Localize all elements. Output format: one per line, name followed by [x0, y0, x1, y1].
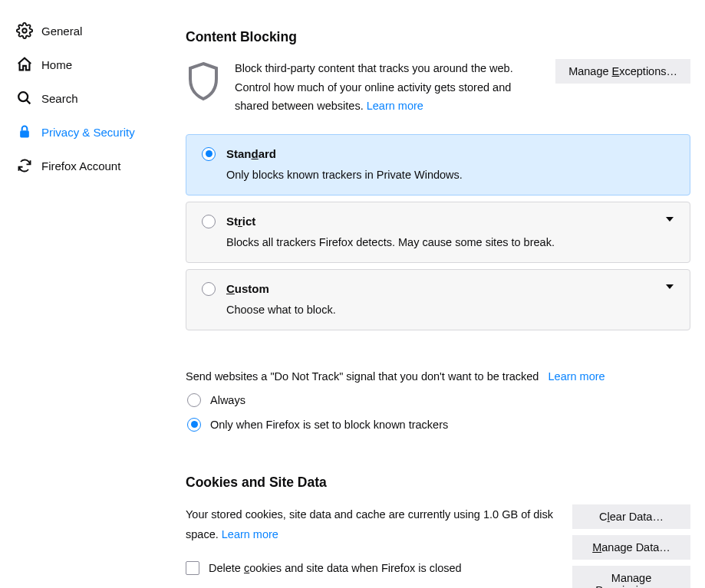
radio-button[interactable]	[187, 393, 201, 407]
sidebar-item-home[interactable]: Home	[11, 48, 167, 81]
svg-point-0	[22, 28, 27, 33]
cookies-buttons: Clear Data… Manage Data… Manage Permissi…	[572, 504, 690, 588]
lock-icon	[15, 123, 34, 141]
cookies-section: Cookies and Site Data Your stored cookie…	[186, 475, 690, 588]
dnt-learn-more-link[interactable]: Learn more	[549, 370, 605, 383]
sidebar: General Home Search Privacy & Security F…	[0, 0, 167, 588]
sidebar-item-account[interactable]: Firefox Account	[11, 149, 167, 182]
option-description: Only blocks known trackers in Private Wi…	[226, 169, 674, 181]
chevron-down-icon	[665, 215, 674, 224]
radio-button[interactable]	[187, 418, 201, 432]
radio-button[interactable]	[202, 282, 216, 296]
cookies-description: Your stored cookies, site data and cache…	[186, 504, 557, 578]
radio-button[interactable]	[202, 147, 216, 161]
shield-icon	[186, 61, 221, 104]
dnt-option-1[interactable]: Only when Firefox is set to block known …	[186, 418, 690, 432]
svg-point-1	[18, 92, 28, 101]
manage-exceptions-button[interactable]: Manage Exceptions…	[555, 59, 690, 84]
svg-rect-3	[20, 130, 29, 137]
dnt-option-label: Always	[210, 394, 245, 406]
content-blocking-option-1[interactable]: Strict Blocks all trackers Firefox detec…	[186, 202, 690, 263]
delete-on-close-label: Delete cookies and site data when Firefo…	[209, 558, 462, 578]
manage-permissions-button[interactable]: Manage Permissions…	[572, 566, 690, 588]
svg-line-2	[27, 100, 31, 104]
sidebar-item-label: Search	[41, 92, 78, 105]
sidebar-item-general[interactable]: General	[11, 14, 167, 48]
sidebar-item-label: Privacy & Security	[41, 126, 135, 139]
learn-more-link[interactable]: Learn more	[367, 100, 423, 112]
content-blocking-header: Block third-party content that tracks yo…	[186, 59, 690, 116]
option-description: Blocks all trackers Firefox detects. May…	[226, 236, 674, 248]
dnt-option-label: Only when Firefox is set to block known …	[210, 419, 448, 431]
option-description: Choose what to block.	[226, 304, 674, 316]
dnt-section: Send websites a "Do Not Track" signal th…	[186, 370, 690, 432]
sidebar-item-privacy[interactable]: Privacy & Security	[11, 115, 167, 149]
dnt-text: Send websites a "Do Not Track" signal th…	[186, 370, 539, 383]
sync-icon	[15, 156, 34, 175]
option-title: Custom	[226, 282, 269, 295]
option-title: Strict	[226, 215, 255, 228]
delete-on-close-checkbox[interactable]	[186, 561, 199, 575]
home-icon	[15, 55, 34, 74]
sidebar-item-search[interactable]: Search	[11, 81, 167, 115]
dnt-option-0[interactable]: Always	[186, 393, 690, 407]
manage-data-button[interactable]: Manage Data…	[572, 535, 690, 560]
search-icon	[15, 89, 34, 107]
content-blocking-option-0[interactable]: Standard Only blocks known trackers in P…	[186, 134, 690, 195]
section-title-cookies: Cookies and Site Data	[186, 475, 690, 491]
chevron-down-icon	[665, 282, 674, 291]
content-blocking-description: Block third-party content that tracks yo…	[235, 59, 542, 116]
section-title-content-blocking: Content Blocking	[186, 29, 690, 45]
main-content: Content Blocking Block third-party conte…	[167, 0, 704, 588]
delete-on-close-row: Delete cookies and site data when Firefo…	[186, 558, 557, 578]
content-blocking-option-2[interactable]: Custom Choose what to block.	[186, 269, 690, 330]
sidebar-item-label: Firefox Account	[41, 159, 120, 172]
option-title: Standard	[226, 147, 276, 160]
cookies-learn-more-link[interactable]: Learn more	[222, 528, 278, 540]
gear-icon	[15, 21, 34, 40]
clear-data-button[interactable]: Clear Data…	[572, 504, 690, 529]
sidebar-item-label: Home	[41, 58, 72, 71]
sidebar-item-label: General	[41, 25, 82, 38]
radio-button[interactable]	[202, 215, 216, 228]
